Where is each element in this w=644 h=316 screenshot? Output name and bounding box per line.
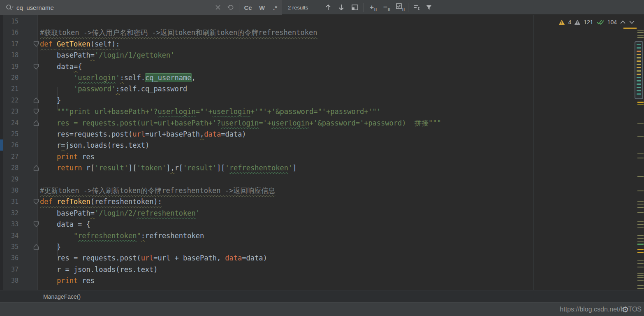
stripe-mark <box>637 227 644 228</box>
code-token: r[ <box>175 164 183 172</box>
fold-icon[interactable] <box>33 120 39 126</box>
line-number: 20 <box>3 72 19 84</box>
minimap-bar <box>637 60 641 62</box>
code-line[interactable]: 29 <box>0 174 637 185</box>
typo-count: 121 <box>584 19 593 26</box>
code-token: res=requests.post( <box>40 130 132 138</box>
filter-lines-icon[interactable] <box>411 0 422 15</box>
line-number: 36 <box>3 252 19 264</box>
search-query-text[interactable]: cq_username <box>16 0 54 15</box>
fold-icon[interactable] <box>33 63 39 70</box>
fold-icon[interactable] <box>33 41 39 47</box>
whole-words-button[interactable]: W <box>256 0 268 15</box>
code-line[interactable]: 22 } <box>0 95 637 106</box>
code-token: ][ <box>128 164 137 172</box>
select-all-occurrences-button[interactable]: II <box>394 0 407 15</box>
code-token: =data) <box>242 254 267 262</box>
code-token: return <box>57 164 82 172</box>
line-number: 24 <box>3 117 19 129</box>
code-token: basePath <box>40 209 90 217</box>
code-token: =url+basePath <box>145 130 200 138</box>
code-line[interactable]: 26 r=json.loads(res.text) <box>0 139 637 151</box>
stripe-mark <box>637 241 644 242</box>
close-icon[interactable] <box>213 0 223 15</box>
code-token: userlogin <box>221 119 259 127</box>
next-occurrence-button[interactable] <box>336 0 346 15</box>
code-line[interactable]: 28 return r['result']['token'],r['result… <box>0 162 637 174</box>
code-line[interactable]: 18 basePath='/login/1/gettoken' <box>0 49 637 61</box>
code-token: ] <box>292 164 297 172</box>
code-line[interactable]: 20 'userlogin':self.cq_username, <box>0 72 637 84</box>
line-number: 34 <box>3 230 19 242</box>
stripe-mark <box>637 280 644 281</box>
code-token: url <box>141 254 154 262</box>
line-number: 37 <box>3 264 19 275</box>
chevron-down-icon[interactable] <box>629 20 635 24</box>
code-line[interactable]: 21 'password':self.cq_password <box>0 83 637 95</box>
chevron-up-icon[interactable] <box>620 20 626 24</box>
code-line[interactable]: 15 <box>0 16 637 27</box>
code-line[interactable]: 37 r = json.loads(res.text) <box>0 264 637 275</box>
code-line[interactable]: 34 "refreshentoken":refreshentoken <box>0 230 637 242</box>
previous-occurrence-button[interactable] <box>323 0 333 15</box>
code-line[interactable]: 16#获取token ->传入用户名和密码 ->返回token和刷新token的… <box>0 27 637 38</box>
fold-icon[interactable] <box>33 198 39 205</box>
code-line[interactable]: 17def GetToken(self): <box>0 38 637 50</box>
remove-occurrence-button[interactable]: −II <box>381 0 393 15</box>
code-token: 'result' <box>95 164 128 172</box>
add-occurrence-button[interactable]: +II <box>367 0 380 15</box>
results-count: 2 results <box>288 0 308 15</box>
line-number: 21 <box>3 83 19 95</box>
line-number: 19 <box>3 61 19 72</box>
fold-icon[interactable] <box>33 221 39 228</box>
code-line[interactable]: 24 res = requests.post(url=url+basePath+… <box>0 117 637 129</box>
fold-icon[interactable] <box>33 97 39 104</box>
code-token: +'"'+'&password="'+password+'"' <box>250 107 381 116</box>
line-number: 31 <box>3 196 19 207</box>
code-token: ][ <box>217 164 225 172</box>
fold-icon[interactable] <box>33 108 39 115</box>
code-token: #获取token ->传入用户名和密码 ->返回token和刷新token的令牌… <box>40 28 317 37</box>
code-token: , <box>170 164 174 172</box>
warning-count: 4 <box>568 19 571 26</box>
code-line[interactable]: 33 data = { <box>0 218 637 230</box>
fold-icon[interactable] <box>33 244 39 250</box>
editor-area[interactable]: 1516#获取token ->传入用户名和密码 ->返回token和刷新toke… <box>0 15 644 290</box>
minimap-bar <box>637 67 641 68</box>
fold-icon[interactable] <box>33 165 39 171</box>
code-token: self. <box>124 74 145 82</box>
code-token: r[ <box>82 164 95 172</box>
scrollbar-thumb[interactable] <box>635 41 643 99</box>
match-case-button[interactable]: Cc <box>242 0 254 15</box>
code-line[interactable]: 31def refToken(refreshentoken): <box>0 196 637 207</box>
reset-search-icon[interactable] <box>225 0 236 15</box>
regex-button[interactable]: .* <box>269 0 281 15</box>
code-token: (refreshentoken): <box>90 198 162 206</box>
line-number: 22 <box>3 95 19 106</box>
code-line[interactable]: 25 res=requests.post(url=url+basePath,da… <box>0 128 637 140</box>
code-line[interactable]: 36 res = requests.post(url=url + basePat… <box>0 252 637 264</box>
stripe-mark <box>637 263 644 264</box>
open-in-find-window-button[interactable] <box>350 0 360 15</box>
line-number: 26 <box>3 139 19 151</box>
code-line[interactable]: 32 basePath='/login/2/refreshentoken' <box>0 207 637 219</box>
minimap-bar <box>637 64 641 65</box>
inspections-widget[interactable]: 4 121 104 <box>558 18 635 26</box>
error-stripe[interactable] <box>637 15 644 290</box>
code-line[interactable]: 27 print res <box>0 151 637 163</box>
search-icon[interactable] <box>4 0 16 15</box>
stripe-mark <box>637 35 644 36</box>
code-token: """print url+basePath+'? <box>57 107 158 116</box>
stripe-mark <box>637 201 644 202</box>
code-line[interactable]: 30#更新token ->传入刷新token的令牌refreshentoken … <box>0 185 637 196</box>
code-token: def <box>40 198 57 206</box>
filter-icon[interactable] <box>424 0 434 15</box>
code-line[interactable]: 35 } <box>0 241 637 253</box>
code-token <box>40 107 57 116</box>
code-token <box>40 232 74 240</box>
breadcrumb-item[interactable]: ManageFace() <box>43 290 81 302</box>
code-line[interactable]: 38 print res <box>0 275 637 286</box>
code-line[interactable]: 19 data={ <box>0 61 637 72</box>
stripe-mark <box>637 235 644 236</box>
code-line[interactable]: 23 """print url+basePath+'?userlogin="'+… <box>0 106 637 117</box>
